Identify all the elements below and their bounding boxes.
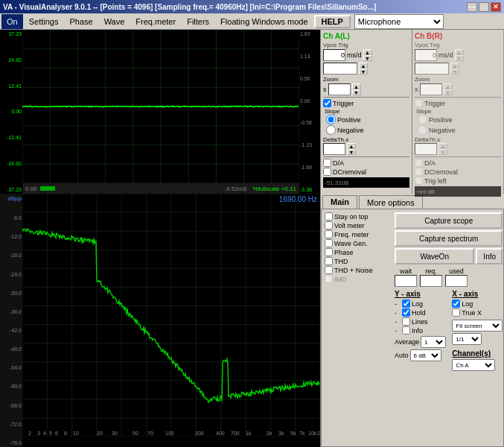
ch-b-trigleft-checkbox[interactable]: [415, 177, 423, 185]
minimize-btn[interactable]: —: [467, 2, 477, 12]
ch-a-vpos-input[interactable]: [323, 49, 345, 61]
ch-b-vpos-input[interactable]: [415, 49, 437, 61]
ch-a-panel: Ch A(L) Vpos Trig ms/d ▲ ▼ 0.9277 ▲: [321, 30, 412, 194]
ch-b-vpos-label: Vpos Trig: [415, 42, 501, 48]
used-input[interactable]: 0: [445, 275, 468, 287]
ch-b-zoom-up[interactable]: ▲: [444, 83, 453, 89]
ch-a-delta-up[interactable]: ▲: [347, 143, 356, 149]
ch-b-trig-down[interactable]: ▼: [450, 69, 459, 74]
phase-checkbox[interactable]: [325, 248, 333, 256]
ch-b-zoom-input[interactable]: [420, 83, 442, 95]
ch-b-delta-up[interactable]: ▲: [438, 143, 447, 149]
ch-a-trig-input[interactable]: 0.9277: [323, 63, 357, 74]
menu-help[interactable]: HELP: [314, 15, 351, 28]
thd-noise-row: THD + Noise: [325, 266, 392, 274]
menu-wave[interactable]: Wave: [99, 14, 130, 29]
menu-floating[interactable]: Floating Windows mode: [215, 14, 313, 29]
ch-a-positive-radio[interactable]: [326, 115, 336, 124]
x-truex-checkbox[interactable]: [452, 308, 460, 317]
ch-a-dcremoval-checkbox[interactable]: [323, 168, 331, 176]
ch-a-vpos-up[interactable]: ▲: [363, 49, 372, 55]
wait-input[interactable]: 94: [395, 275, 417, 287]
ch-a-trig-up[interactable]: ▲: [359, 63, 368, 69]
close-btn[interactable]: ✕: [491, 2, 501, 12]
ch-a-trigger-label: Trigger: [333, 100, 354, 107]
x-log-row: Log: [452, 299, 503, 308]
y-log-checkbox[interactable]: [402, 299, 410, 308]
tab-main[interactable]: Main: [322, 195, 357, 209]
volt-meter-checkbox[interactable]: [325, 221, 333, 229]
ch-a-delta-input[interactable]: 25: [323, 143, 345, 155]
maximize-btn[interactable]: □: [479, 2, 489, 12]
ch-a-vpos-down[interactable]: ▼: [363, 55, 372, 61]
menu-freqmeter[interactable]: Freq.meter: [130, 14, 181, 29]
menu-on[interactable]: On: [1, 14, 23, 29]
ch-b-vpos-down[interactable]: ▼: [455, 55, 464, 61]
spectrum-canvas: [22, 194, 320, 437]
ch-a-zoom-input[interactable]: 22: [328, 83, 351, 95]
channels-select[interactable]: Ch ACh BCh A+B: [452, 359, 495, 371]
tab-more-options[interactable]: More options: [359, 195, 423, 209]
ch-b-da-checkbox[interactable]: [415, 159, 423, 167]
ch-b-zoom-label: Zoom: [415, 76, 501, 83]
ch-b-trig-up[interactable]: ▲: [450, 63, 459, 69]
ch-b-trigger-checkbox[interactable]: [415, 99, 423, 107]
ch-a-zoom-down[interactable]: ▼: [352, 89, 361, 95]
waveon-btn[interactable]: WaveOn: [395, 248, 474, 264]
ch-b-trigleft-label: Trig left: [424, 177, 447, 185]
info-btn[interactable]: Info: [476, 248, 503, 264]
ch-b-da-row: D/A: [415, 159, 501, 167]
y-average-row: Average 1248: [395, 336, 446, 348]
ch-a-zoom-up[interactable]: ▲: [352, 83, 361, 89]
menu-phase[interactable]: Phase: [64, 14, 98, 29]
imd-checkbox[interactable]: [325, 275, 333, 283]
ch-b-vpos-up[interactable]: ▲: [455, 49, 464, 55]
y-lines-checkbox[interactable]: [402, 317, 410, 326]
stay-on-top-checkbox[interactable]: [325, 212, 333, 221]
capture-spectrum-btn[interactable]: Capture spectrum: [395, 230, 503, 247]
ch-b-trig-input[interactable]: 0.9277: [415, 63, 449, 74]
menu-filters[interactable]: Filters: [182, 14, 214, 29]
x-fitscreen-select[interactable]: Fit screenManual: [452, 320, 503, 332]
main-content: 37.23 24.82 12.41 0.00 -12.41 -24.82 -37…: [0, 30, 504, 447]
ch-a-zoom-x-label: x: [323, 86, 327, 93]
ch-b-panel: Ch B(R) Vpos Trig ms/d ▲ ▼ 0.9277 ▲: [412, 30, 504, 194]
y-info-checkbox[interactable]: [402, 326, 410, 335]
wave-gen-checkbox[interactable]: [325, 239, 333, 247]
x-log-checkbox[interactable]: [452, 299, 460, 308]
menu-bar: On Settings Phase Wave Freq.meter Filter…: [0, 13, 504, 30]
ch-a-trig-down[interactable]: ▼: [359, 69, 368, 74]
req-input[interactable]: 100: [420, 275, 442, 287]
ch-b-delta-down[interactable]: ▼: [438, 149, 447, 155]
thd-checkbox[interactable]: [325, 257, 333, 265]
ch-a-trigger-checkbox[interactable]: [323, 99, 331, 107]
menu-settings[interactable]: Settings: [24, 14, 64, 29]
ch-b-delta-input[interactable]: 25: [415, 143, 437, 155]
ch-a-da-checkbox[interactable]: [323, 159, 331, 167]
ch-b-dcremoval-checkbox[interactable]: [415, 168, 423, 176]
spectrum-display: 1690.00 Hz: [22, 194, 320, 447]
y-average-select[interactable]: 1248: [421, 336, 446, 348]
used-group: used 0: [445, 267, 468, 287]
freq-meter-checkbox[interactable]: [325, 230, 333, 238]
volt-meter-row: Volt meter: [325, 221, 392, 229]
thd-noise-checkbox[interactable]: [325, 266, 333, 274]
ch-b-db-value: +inf dB: [416, 188, 435, 195]
ch-b-positive-radio[interactable]: [418, 115, 427, 124]
axis-settings: Y - axis - Log - Hold: [395, 290, 503, 371]
ch-b-zoom-down[interactable]: ▼: [444, 89, 453, 95]
waveon-info-row: WaveOn Info: [395, 248, 503, 264]
ch-a-delta-down[interactable]: ▼: [347, 149, 356, 155]
ch-a-negative-radio[interactable]: [326, 125, 336, 135]
x-ratio-select[interactable]: 1/11/21/4: [452, 333, 482, 345]
scope-y-label-3: 12.41: [1, 83, 22, 89]
ch-a-zoom-label: Zoom: [323, 76, 409, 83]
wave-gen-label: Wave Gen.: [334, 240, 368, 247]
y-hold-checkbox[interactable]: [402, 308, 410, 317]
y-step-select[interactable]: 6 dB3 dB1 dB: [410, 349, 441, 361]
ch-b-positive-row: Positive: [415, 115, 501, 124]
ch-b-negative-radio[interactable]: [418, 125, 427, 135]
input-device-select[interactable]: Microphone: [354, 14, 444, 29]
ch-a-title: Ch A(L): [323, 32, 409, 40]
capture-scope-btn[interactable]: Capture scope: [395, 212, 503, 229]
